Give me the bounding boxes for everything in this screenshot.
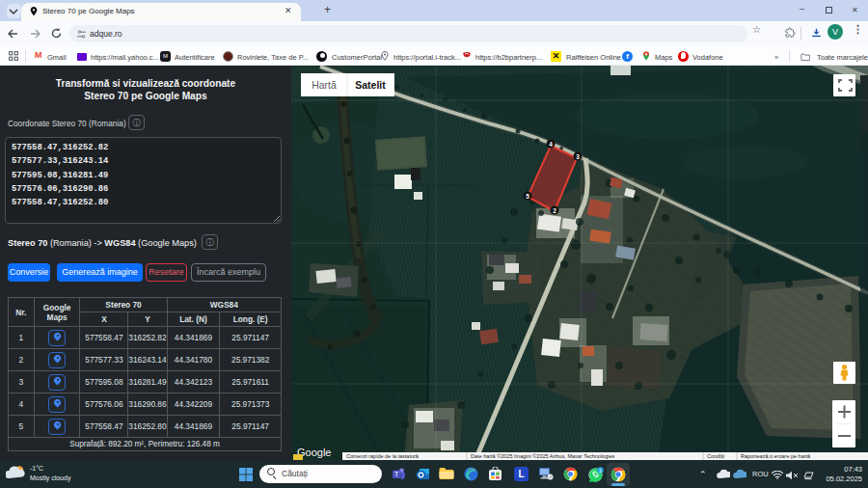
svg-text:5: 5 — [526, 193, 529, 200]
svg-text:Condiții: Condiții — [707, 453, 724, 459]
svg-text:Satelit: Satelit — [355, 79, 386, 91]
svg-text:2: 2 — [553, 207, 556, 214]
svg-text:3: 3 — [576, 153, 580, 160]
svg-text:Raportează o eroare pe hartă: Raportează o eroare pe hartă — [741, 453, 811, 459]
svg-text:4: 4 — [549, 141, 553, 148]
svg-text:Comenzi rapide de la tastatură: Comenzi rapide de la tastatură — [346, 453, 420, 459]
svg-text:Hartă: Hartă — [312, 79, 337, 91]
svg-text:1: 1 — [599, 468, 602, 474]
svg-text:Date hartă ©2025 Imagini ©2025: Date hartă ©2025 Imagini ©2025 Airbus, M… — [471, 453, 615, 459]
svg-text:T: T — [394, 471, 399, 477]
